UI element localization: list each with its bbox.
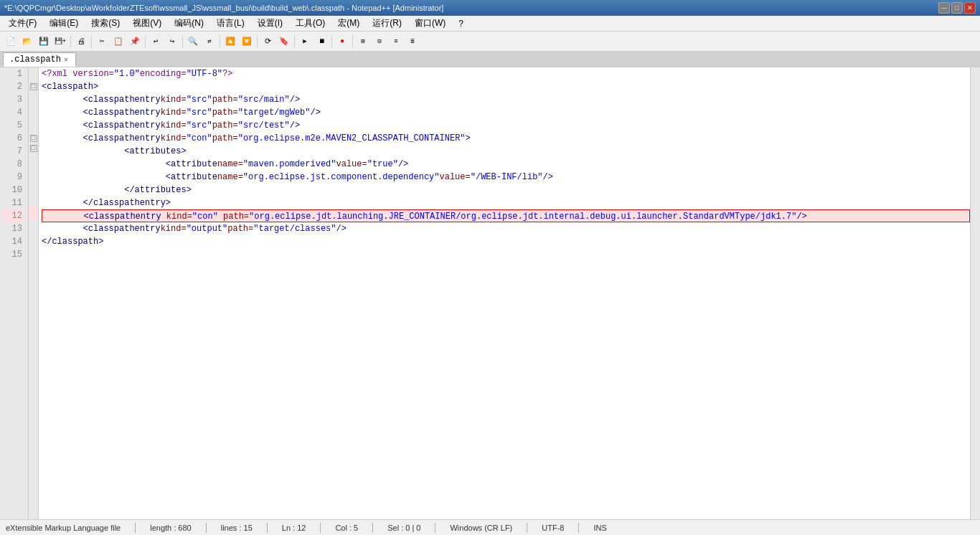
tb-cut[interactable]: ✂ <box>94 34 110 49</box>
status-sep-1 <box>135 523 136 533</box>
fold-11 <box>29 194 38 207</box>
tb-redo[interactable]: ↪ <box>164 34 180 49</box>
fold-2[interactable]: □ <box>30 83 37 90</box>
code-line-11: </classpathentry> <box>42 197 970 209</box>
title-bar: *E:\QQPCmgr\Desktop\aWorkfolderZTEsoft\w… <box>0 0 980 16</box>
status-length: length : 680 <box>150 524 192 532</box>
line-num-2: 2 <box>3 80 22 93</box>
code-line-13: <classpathentry kind="output" path="targ… <box>42 222 970 235</box>
code-line-12: <classpathentry kind="con" path="org.ecl… <box>42 209 970 222</box>
tb-macro1[interactable]: ▶ <box>297 34 313 49</box>
scrollbar-right[interactable] <box>970 67 980 519</box>
menu-item-encoding[interactable]: 编码(N) <box>169 16 209 31</box>
code-line-15 <box>42 248 970 261</box>
fold-7[interactable]: □ <box>30 145 37 152</box>
tab-bar: .classpath ✕ <box>0 52 980 67</box>
menu-item-edit[interactable]: 编辑(E) <box>44 16 84 31</box>
status-col: Col : 5 <box>335 524 358 532</box>
tab-classpath[interactable]: .classpath ✕ <box>3 52 76 67</box>
tb-zoomout[interactable]: 🔽 <box>239 34 255 49</box>
minimize-button[interactable]: ─ <box>938 2 950 14</box>
fold-12 <box>29 207 38 219</box>
tb-find[interactable]: 🔍 <box>185 34 201 49</box>
fold-14 <box>29 232 38 245</box>
fold-4 <box>29 106 38 119</box>
status-sel: Sel : 0 | 0 <box>387 524 420 532</box>
line-num-15: 15 <box>3 248 22 261</box>
line-num-7: 7 <box>3 145 22 158</box>
line-num-8: 8 <box>3 158 22 171</box>
menu-item-window[interactable]: 窗口(W) <box>409 16 451 31</box>
status-sep-6 <box>435 523 435 533</box>
code-line-2: <classpath> <box>42 80 970 93</box>
menu-item-view[interactable]: 视图(V) <box>127 16 167 31</box>
toolbar-sep-1 <box>70 35 71 48</box>
line-num-10: 10 <box>3 184 22 197</box>
menu-item-run[interactable]: 运行(R) <box>367 16 407 31</box>
fold-13 <box>29 219 38 232</box>
menu-item-help[interactable]: ? <box>453 17 469 30</box>
code-line-6: <classpathentry kind="con" path="org.ecl… <box>42 132 970 145</box>
tb-paste[interactable]: 📌 <box>127 34 143 49</box>
code-line-4: <classpathentry kind="src" path="target/… <box>42 106 970 119</box>
status-file-type: eXtensible Markup Language file <box>6 524 121 532</box>
tb-zoomin[interactable]: 🔼 <box>222 34 238 49</box>
tb-copy[interactable]: 📋 <box>110 34 126 49</box>
menu-item-settings[interactable]: 设置(I) <box>252 16 288 31</box>
menu-item-tools[interactable]: 工具(O) <box>290 16 331 31</box>
tb-saveall[interactable]: 💾+ <box>52 34 68 49</box>
fold-6[interactable]: □ <box>30 135 37 142</box>
status-line-ending: Windows (CR LF) <box>450 524 512 532</box>
tb-extra1[interactable]: ⊞ <box>355 34 371 49</box>
tb-bookmark[interactable]: 🔖 <box>276 34 292 49</box>
code-line-9: <attribute name="org.eclipse.jst.compone… <box>42 171 970 184</box>
tb-undo[interactable]: ↩ <box>148 34 164 49</box>
close-button[interactable]: ✕ <box>964 2 976 14</box>
toolbar-sep-2 <box>91 35 92 48</box>
menu-item-file[interactable]: 文件(F) <box>3 16 42 31</box>
toolbar-sep-6 <box>257 35 258 48</box>
maximize-button[interactable]: □ <box>951 2 963 14</box>
tb-sync[interactable]: ⟳ <box>260 34 275 49</box>
tb-save[interactable]: 💾 <box>36 34 52 49</box>
line-num-3: 3 <box>3 93 22 106</box>
tab-label: .classpath <box>9 55 61 65</box>
tb-rec[interactable]: ● <box>334 34 350 49</box>
menu-item-macro[interactable]: 宏(M) <box>332 16 365 31</box>
code-content[interactable]: <?xml version="1.0" encoding="UTF-8"?> <… <box>39 67 970 519</box>
line-num-14: 14 <box>3 235 22 248</box>
line-num-12: 12 <box>3 209 22 222</box>
fold-9 <box>29 168 38 181</box>
line-num-1: 1 <box>3 67 22 80</box>
menu-item-language[interactable]: 语言(L) <box>211 16 250 31</box>
tb-new[interactable]: 📄 <box>3 34 19 49</box>
window-controls: ─ □ ✕ <box>938 2 976 14</box>
menu-item-search[interactable]: 搜索(S) <box>85 16 126 31</box>
tb-macro2[interactable]: ⏹ <box>314 34 329 49</box>
status-sep-7 <box>527 523 527 533</box>
fold-area: □ □ □ <box>29 67 39 519</box>
tb-open[interactable]: 📂 <box>19 34 35 49</box>
fold-5 <box>29 119 38 132</box>
tb-extra2[interactable]: ⊟ <box>372 34 387 49</box>
fold-10 <box>29 181 38 194</box>
fold-15 <box>29 245 38 258</box>
toolbar-sep-7 <box>294 35 295 48</box>
code-line-5: <classpathentry kind="src" path="src/tes… <box>42 119 970 132</box>
line-num-6: 6 <box>3 132 22 145</box>
tb-print[interactable]: 🖨 <box>73 34 89 49</box>
line-num-9: 9 <box>3 171 22 184</box>
toolbar: 📄 📂 💾 💾+ 🖨 ✂ 📋 📌 ↩ ↪ 🔍 ⇄ 🔼 🔽 ⟳ 🔖 ▶ ⏹ ● ⊞… <box>0 32 980 52</box>
status-sep-4 <box>320 523 321 533</box>
status-sep-5 <box>372 523 373 533</box>
status-encoding: UTF-8 <box>542 524 564 532</box>
tab-close-icon[interactable]: ✕ <box>64 55 68 64</box>
title-text: *E:\QQPCmgr\Desktop\aWorkfolderZTEsoft\w… <box>4 4 443 12</box>
toolbar-sep-5 <box>220 35 220 48</box>
tb-replace[interactable]: ⇄ <box>202 34 217 49</box>
code-line-8: <attribute name="maven.pomderived" value… <box>42 158 970 171</box>
code-line-3: <classpathentry kind="src" path="src/mai… <box>42 93 970 106</box>
tb-extra4[interactable]: ≣ <box>405 34 420 49</box>
line-num-13: 13 <box>3 222 22 235</box>
tb-extra3[interactable]: ≡ <box>388 34 404 49</box>
